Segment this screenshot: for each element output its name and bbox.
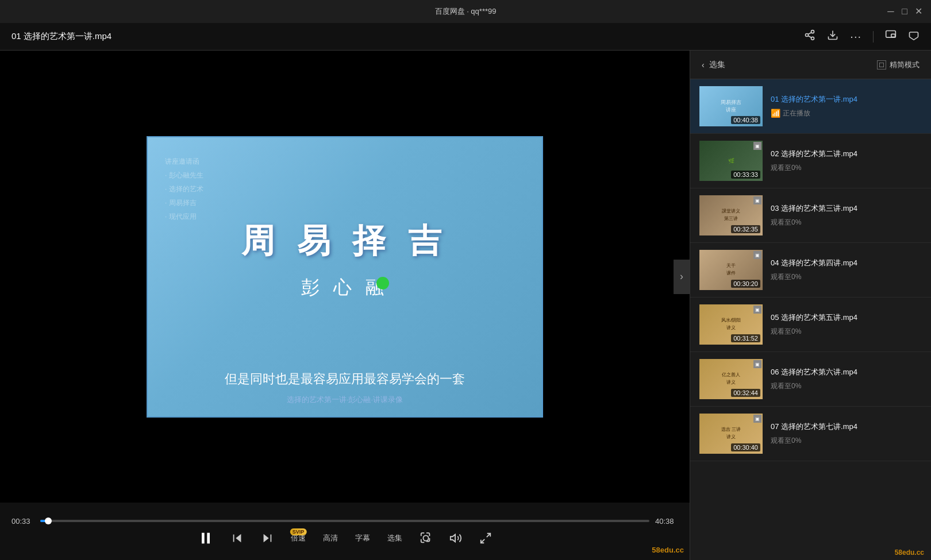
video-subtitle: 但是同时也是最容易应用最容易学会的一套 [225,370,465,388]
header-actions: ··· [804,29,920,44]
play-indicator [376,277,389,289]
main-layout: 讲座邀请函 · 彭心融先生 · 选择的艺术 · 周易择吉 · 现代应用 周 易 … [0,51,931,560]
playlist-info-6: 06 选择的艺术第六讲.mp4 观看至0% [771,367,922,391]
playlist-item[interactable]: 周易择吉讲座 00:40:38 01 选择的艺术第一讲.mp4 📶 正在播放 [690,79,931,134]
video-watermark: 选择的艺术第一讲·彭心融·讲课录像 [287,395,403,405]
playlist-item[interactable]: 天干课件 ▣ 00:30:20 04 选择的艺术第四讲.mp4 观看至0% [690,243,931,298]
playlist-button[interactable]: 选集 [387,533,402,543]
pause-button[interactable] [198,530,214,546]
svg-marker-12 [264,534,269,542]
previous-button[interactable] [231,532,244,544]
playlist-item[interactable]: 🌿 ▣ 00:33:33 02 选择的艺术第二讲.mp4 观看至0% [690,134,931,188]
svip-badge: SVIP [290,528,307,535]
playlist-thumb-2: 🌿 ▣ 00:33:33 [699,141,763,181]
playing-icon: 📶 [771,109,780,118]
svg-point-14 [423,535,428,540]
video-container[interactable]: 讲座邀请函 · 彭心融先生 · 选择的艺术 · 周易择吉 · 现代应用 周 易 … [0,51,690,503]
playlist-status-1: 📶 正在播放 [771,109,922,118]
svg-rect-8 [202,532,205,543]
thumb-duration-5: 00:31:52 [731,334,760,342]
current-time: 00:33 [11,517,34,526]
fullscreen-button[interactable] [479,532,492,544]
playlist-thumb-6: 亿之善人讲义 ▣ 00:32:44 [699,359,763,399]
playlist-name-3: 03 选择的艺术第三讲.mp4 [771,203,922,214]
video-main-title: 周 易 择 吉 [241,219,448,264]
snapshot-button[interactable] [420,532,432,544]
controls-row: SVIP 倍速 高清 字幕 选集 [11,530,678,546]
playlist-name-4: 04 选择的艺术第四讲.mp4 [771,258,922,268]
playlist-name-5: 05 选择的艺术第五讲.mp4 [771,312,922,323]
speed-button[interactable]: SVIP 倍速 [291,533,306,543]
svg-rect-7 [891,34,895,37]
title-bar-title: 百度网盘 · qq***99 [435,6,497,17]
minimize-button[interactable]: ─ [887,8,894,15]
player-controls: 00:33 40:38 [0,503,690,560]
subtitle-button[interactable]: 字幕 [355,533,370,543]
back-button[interactable]: ‹ 选集 [702,60,725,70]
volume-button[interactable] [449,532,462,544]
svg-line-17 [481,539,484,542]
simple-mode-toggle[interactable]: □ 精简模式 [877,60,920,70]
video-area: 讲座邀请函 · 彭心融先生 · 选择的艺术 · 周易择吉 · 现代应用 周 易 … [0,51,690,560]
playlist-item[interactable]: 风水/阴阳讲义 ▣ 00:31:52 05 选择的艺术第五讲.mp4 观看至0% [690,298,931,352]
playlist-thumb-1: 周易择吉讲座 00:40:38 [699,86,763,126]
video-content: 讲座邀请函 · 彭心融先生 · 选择的艺术 · 周易择吉 · 现代应用 周 易 … [148,137,542,416]
window-controls[interactable]: ─ □ ✕ [887,8,922,15]
close-button[interactable]: ✕ [915,8,922,15]
svg-point-0 [811,30,814,33]
playlist-status-7: 观看至0% [771,436,922,446]
title-bar: 百度网盘 · qq***99 ─ □ ✕ [0,0,931,23]
picture-in-picture-icon[interactable] [885,29,897,44]
maximize-button[interactable]: □ [901,8,908,15]
playlist-item[interactable]: 选吉 三讲讲义 ▣ 00:30:40 07 选择的艺术第七讲.mp4 观看至0% [690,407,931,461]
playlist-info-5: 05 选择的艺术第五讲.mp4 观看至0% [771,312,922,336]
thumb-duration-2: 00:33:33 [731,171,760,179]
more-icon[interactable]: ··· [850,30,861,43]
thumb-duration-6: 00:32:44 [731,389,760,397]
video-author: 彭 心 融 [301,275,388,300]
quality-button[interactable]: 高清 [323,533,338,543]
svg-point-1 [806,34,809,37]
playlist-status-2: 观看至0% [771,163,922,173]
playlist-thumb-5: 风水/阴阳讲义 ▣ 00:31:52 [699,304,763,345]
svg-marker-10 [236,534,241,542]
video-frame: 讲座邀请函 · 彭心融先生 · 选择的艺术 · 周易择吉 · 现代应用 周 易 … [147,136,543,418]
watermark-brand: 58edu.cc [652,546,684,554]
collapse-sidebar-button[interactable]: › [674,260,690,294]
playlist-name-2: 02 选择的艺术第二讲.mp4 [771,149,922,159]
sidebar: ‹ 选集 □ 精简模式 周易择吉讲座 00:40:38 01 选择的艺术第一讲.… [690,51,931,560]
playlist-info-3: 03 选择的艺术第三讲.mp4 观看至0% [771,203,922,227]
progress-bar[interactable] [40,520,649,522]
playlist-info-7: 07 选择的艺术第七讲.mp4 观看至0% [771,422,922,445]
progress-bar-container: 00:33 40:38 [11,517,678,526]
playlist-status-4: 观看至0% [771,272,922,282]
playlist-item[interactable]: 亿之善人讲义 ▣ 00:32:44 06 选择的艺术第六讲.mp4 观看至0% [690,352,931,407]
back-icon: ‹ [702,60,705,69]
playlist: 周易择吉讲座 00:40:38 01 选择的艺术第一讲.mp4 📶 正在播放 🌿 [690,79,931,545]
download-icon[interactable] [827,29,838,44]
playlist-status-6: 观看至0% [771,381,922,391]
simple-mode-checkbox[interactable]: □ [877,60,886,69]
simple-mode-label: 精简模式 [890,60,920,70]
next-button[interactable] [261,532,274,544]
sidebar-watermark: 58edu.cc [690,545,931,560]
playlist-item[interactable]: 課堂讲义第三讲 ▣ 00:32:35 03 选择的艺术第三讲.mp4 观看至0% [690,188,931,243]
pin-icon[interactable] [908,29,920,44]
progress-thumb[interactable] [45,517,52,524]
share-icon[interactable] [804,29,815,44]
svg-line-16 [487,533,490,536]
playlist-name-7: 07 选择的艺术第七讲.mp4 [771,422,922,432]
svg-marker-15 [451,534,455,542]
playlist-status-3: 观看至0% [771,218,922,227]
playlist-thumb-7: 选吉 三讲讲义 ▣ 00:30:40 [699,414,763,454]
app-header: 01 选择的艺术第一讲.mp4 ··· [0,23,931,51]
svg-rect-9 [207,532,210,543]
divider [873,31,874,43]
total-time: 40:38 [655,517,678,526]
svg-line-3 [808,36,811,37]
svg-line-4 [808,32,811,34]
playlist-info-4: 04 选择的艺术第四讲.mp4 观看至0% [771,258,922,281]
playlist-info-1: 01 选择的艺术第一讲.mp4 📶 正在播放 [771,94,922,118]
back-label: 选集 [709,60,725,70]
thumb-duration-4: 00:30:20 [731,280,760,288]
